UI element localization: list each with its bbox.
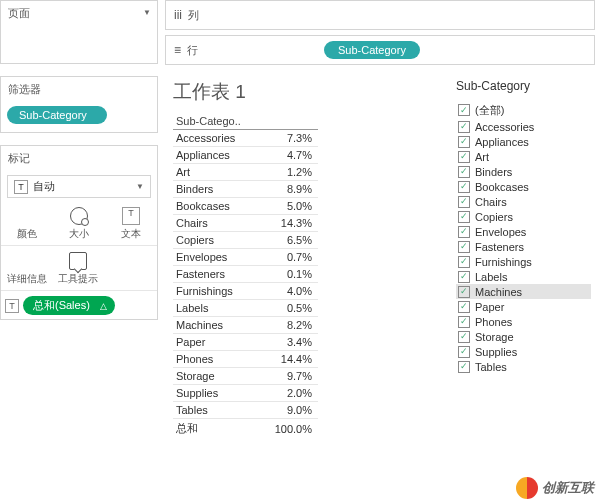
filter-item[interactable]: ✓Art (456, 149, 591, 164)
marks-text-encoding[interactable]: T 总和(Sales) △ (1, 292, 157, 319)
checkbox-icon[interactable]: ✓ (458, 271, 470, 283)
table-row[interactable]: Envelopes0.7% (173, 249, 318, 266)
chevron-down-icon[interactable]: ▼ (136, 182, 144, 191)
row-label: Envelopes (173, 249, 258, 266)
filter-item[interactable]: ✓Fasteners (456, 239, 591, 254)
filter-item[interactable]: ✓Phones (456, 314, 591, 329)
row-value: 7.3% (258, 130, 318, 147)
table-row[interactable]: Binders8.9% (173, 181, 318, 198)
row-value: 1.2% (258, 164, 318, 181)
filter-item[interactable]: ✓Furnishings (456, 254, 591, 269)
watermark: 创新互联 (516, 477, 594, 499)
table-row[interactable]: Chairs14.3% (173, 215, 318, 232)
rows-shelf[interactable]: ≡ 行 Sub-Category (165, 35, 595, 65)
filter-item[interactable]: ✓Labels (456, 269, 591, 284)
checkbox-icon[interactable]: ✓ (458, 196, 470, 208)
marks-type-selector[interactable]: T 自动 ▼ (7, 175, 151, 198)
row-value: 0.7% (258, 249, 318, 266)
filter-item[interactable]: ✓Binders (456, 164, 591, 179)
table-row[interactable]: Paper3.4% (173, 334, 318, 351)
filter-item[interactable]: ✓Machines (456, 284, 591, 299)
row-value: 14.4% (258, 351, 318, 368)
filter-item-label: Storage (475, 331, 514, 343)
filter-item-label: Accessories (475, 121, 534, 133)
table-row[interactable]: Supplies2.0% (173, 385, 318, 402)
row-label: Bookcases (173, 198, 258, 215)
checkbox-icon[interactable]: ✓ (458, 181, 470, 193)
table-header: Sub-Catego.. (173, 113, 318, 130)
checkbox-icon[interactable]: ✓ (458, 361, 470, 373)
checkbox-icon[interactable]: ✓ (458, 331, 470, 343)
filter-item[interactable]: ✓(全部) (456, 101, 591, 119)
text-icon: T (14, 180, 28, 194)
row-value: 8.2% (258, 317, 318, 334)
row-value: 2.0% (258, 385, 318, 402)
marks-tooltip-button[interactable]: 工具提示 (52, 247, 103, 289)
marks-detail-button[interactable]: 详细信息 (1, 247, 52, 289)
watermark-text: 创新互联 (542, 479, 594, 497)
filter-item[interactable]: ✓Envelopes (456, 224, 591, 239)
marks-text-button[interactable]: T 文本 (105, 202, 157, 244)
row-label: Accessories (173, 130, 258, 147)
table-row[interactable]: Accessories7.3% (173, 130, 318, 147)
filter-item[interactable]: ✓Paper (456, 299, 591, 314)
filters-shelf[interactable]: 筛选器 Sub-Category (0, 76, 158, 133)
filter-item[interactable]: ✓Appliances (456, 134, 591, 149)
filter-item[interactable]: ✓Accessories (456, 119, 591, 134)
checkbox-icon[interactable]: ✓ (458, 166, 470, 178)
table-row[interactable]: Labels0.5% (173, 300, 318, 317)
checkbox-icon[interactable]: ✓ (458, 286, 470, 298)
row-label: Furnishings (173, 283, 258, 300)
filter-item[interactable]: ✓Copiers (456, 209, 591, 224)
table-row[interactable]: Machines8.2% (173, 317, 318, 334)
checkbox-icon[interactable]: ✓ (458, 241, 470, 253)
checkbox-icon[interactable]: ✓ (458, 211, 470, 223)
checkbox-icon[interactable]: ✓ (458, 256, 470, 268)
table-row[interactable]: Tables9.0% (173, 402, 318, 419)
worksheet-view: 工作表 1 Sub-Catego.. Accessories7.3%Applia… (165, 71, 440, 501)
table-row[interactable]: Storage9.7% (173, 368, 318, 385)
marks-color-button[interactable]: 颜色 (1, 202, 53, 244)
filter-item[interactable]: ✓Bookcases (456, 179, 591, 194)
checkbox-icon[interactable]: ✓ (458, 104, 470, 116)
checkbox-icon[interactable]: ✓ (458, 316, 470, 328)
filter-item-label: Bookcases (475, 181, 529, 193)
row-pill-subcategory[interactable]: Sub-Category (324, 41, 420, 59)
table-row[interactable]: Phones14.4% (173, 351, 318, 368)
checkbox-icon[interactable]: ✓ (458, 121, 470, 133)
row-label: Supplies (173, 385, 258, 402)
sum-sales-label: 总和(Sales) (33, 298, 90, 313)
table-row[interactable]: Fasteners0.1% (173, 266, 318, 283)
filter-item-label: Labels (475, 271, 507, 283)
table-row[interactable]: Bookcases5.0% (173, 198, 318, 215)
table-row[interactable]: Furnishings4.0% (173, 283, 318, 300)
chevron-down-icon[interactable]: ▼ (143, 8, 151, 17)
filter-item[interactable]: ✓Tables (456, 359, 591, 374)
marks-size-button[interactable]: 大小 (53, 202, 105, 244)
filter-item[interactable]: ✓Storage (456, 329, 591, 344)
total-value: 100.0% (258, 419, 318, 439)
checkbox-icon[interactable]: ✓ (458, 226, 470, 238)
checkbox-icon[interactable]: ✓ (458, 136, 470, 148)
worksheet-title: 工作表 1 (173, 79, 432, 105)
table-row[interactable]: Appliances4.7% (173, 147, 318, 164)
filter-pill-subcategory[interactable]: Sub-Category (7, 106, 107, 124)
sum-sales-pill[interactable]: 总和(Sales) △ (23, 296, 115, 315)
total-label: 总和 (173, 419, 258, 439)
row-value: 14.3% (258, 215, 318, 232)
data-table: Sub-Catego.. Accessories7.3%Appliances4.… (173, 113, 318, 438)
filter-item-label: Chairs (475, 196, 507, 208)
checkbox-icon[interactable]: ✓ (458, 301, 470, 313)
filter-item[interactable]: ✓Chairs (456, 194, 591, 209)
pages-shelf[interactable]: 页面 ▼ (0, 0, 158, 64)
filter-item[interactable]: ✓Supplies (456, 344, 591, 359)
table-row[interactable]: Copiers6.5% (173, 232, 318, 249)
checkbox-icon[interactable]: ✓ (458, 151, 470, 163)
columns-shelf[interactable]: iii 列 (165, 0, 595, 30)
row-label: Paper (173, 334, 258, 351)
filter-item-label: Furnishings (475, 256, 532, 268)
table-row[interactable]: Art1.2% (173, 164, 318, 181)
tooltip-icon (69, 252, 87, 270)
checkbox-icon[interactable]: ✓ (458, 346, 470, 358)
table-header-row: Sub-Catego.. (173, 113, 318, 130)
